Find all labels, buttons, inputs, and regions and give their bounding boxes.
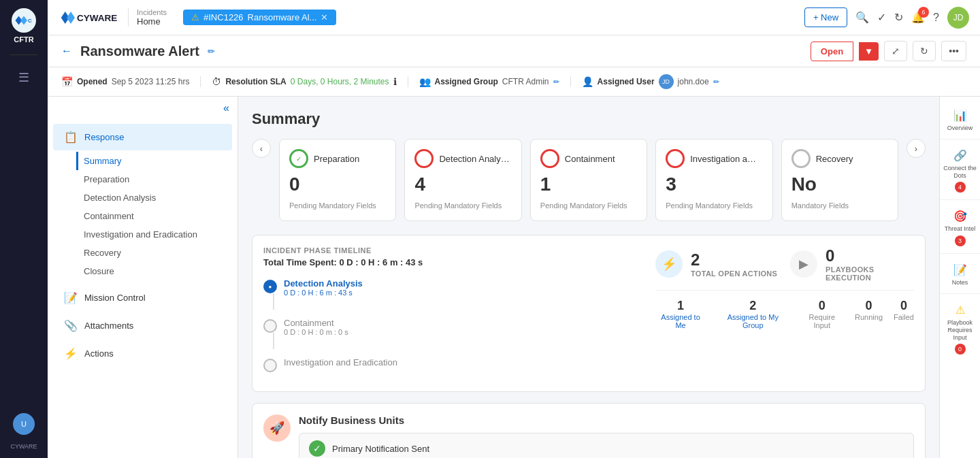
mission-control-icon: 📝 [64,291,78,304]
sidebar-sub-summary[interactable]: Summary [76,152,238,170]
right-panel-connect-dots[interactable]: 🔗 Connect the Dots 4 [940,142,980,201]
right-panel: 📊 Overview 🔗 Connect the Dots 4 🎯 Threat… [939,97,980,458]
sidebar-sub-preparation[interactable]: Preparation [76,170,238,189]
tasks-icon-btn[interactable]: ✓ [877,11,886,24]
incidents-home: Home [137,16,167,27]
preparation-name: Preparation [314,154,359,164]
sidebar-sub-investigation[interactable]: Investigation and Eradication [76,225,238,244]
playbook-input-icon: ⚠ [956,304,965,316]
help-icon-btn[interactable]: ? [933,12,939,24]
user-label: Assigned User [598,77,655,86]
phase-card-containment[interactable]: Containment 1 Pending Mandatory Fields [530,139,647,221]
phase-card-investigation[interactable]: Investigation a… 3 Pending Mandatory Fie… [655,139,772,221]
left-sidebar: « 📋 Response Summary Preparation Detecti… [48,97,238,458]
right-panel-overview[interactable]: 📊 Overview [940,102,980,140]
edit-group-icon[interactable]: ✏ [553,78,559,86]
group-meta: 👥 Assigned Group CFTR Admin ✏ [408,76,571,87]
sidebar-item-response[interactable]: 📋 Response [53,124,232,150]
sla-value: 0 Days, 0 Hours, 2 Minutes [291,77,389,86]
sidebar-collapse: « [48,97,238,120]
primary-notification: ✓ Primary Notification Sent [299,433,914,458]
assigned-user-avatar: JD [659,74,674,89]
timeline-info-containment: Containment 0 D : 0 H : 0 m : 0 s [284,318,348,336]
right-panel-notes[interactable]: 📝 Notes [940,257,980,294]
assigned-to-me-stat: 1 Assigned to Me [655,299,706,329]
timeline-line-2 [273,333,274,349]
page-title: Summary [252,110,926,128]
detection-count: 4 [414,174,511,195]
phase-next-button[interactable]: › [906,139,926,158]
phase-card-recovery[interactable]: Recovery No Mandatory Fields [781,139,898,221]
timeline-item-containment: Containment 0 D : 0 H : 0 m : 0 s [263,318,642,349]
phase-prev-button[interactable]: ‹ [252,139,271,158]
sidebar-item-mission-control[interactable]: 📝 Mission Control [53,284,232,311]
threat-intel-icon: 🎯 [953,210,967,223]
sidebar-sub-containment[interactable]: Containment [76,207,238,225]
share-button[interactable]: ⤢ [884,41,907,61]
failed-count: 0 [894,299,914,313]
phase-card-preparation[interactable]: ✓ Preparation 0 Pending Mandatory Fields [279,139,396,221]
sla-info-icon[interactable]: ℹ [393,76,397,87]
warning-icon: ⚠ [191,12,199,22]
user-avatar-top[interactable]: JD [947,7,969,29]
recovery-desc: Mandatory Fields [791,201,888,211]
detection-phase-time: 0 D : 0 H : 6 m : 43 s [284,289,363,297]
svg-text:CYWARE: CYWARE [77,12,117,22]
recovery-indicator [791,149,811,168]
notify-title: Notify Business Units [299,414,914,426]
status-dropdown-button[interactable]: ▼ [859,42,879,61]
preparation-desc: Pending Mandatory Fields [289,201,386,211]
phase-header-preparation: ✓ Preparation [289,149,386,168]
sla-meta: ⏱ Resolution SLA 0 Days, 0 Hours, 2 Minu… [201,76,408,87]
tab-close-btn[interactable]: ✕ [321,12,328,22]
investigation-count: 3 [666,174,762,195]
playbooks-stat: ▶ 0 PLAYBOOKS EXECUTION [790,246,914,282]
cyware-logo-icon[interactable]: C [12,8,36,33]
detection-phase-title[interactable]: Detection Analysis [284,278,363,289]
incidents-nav[interactable]: Incidents Home [128,8,175,27]
sidebar-sub-items-response: Summary Preparation Detection Analysis C… [48,152,238,280]
sidebar-sub-detection[interactable]: Detection Analysis [76,189,238,207]
more-actions-button[interactable]: ••• [941,41,966,61]
hamburger-icon[interactable]: ☰ [14,66,33,89]
playbook-input-badge: 0 [955,344,966,355]
sidebar-item-attachments[interactable]: 📎 Attachments [53,312,232,339]
sync-icon-btn[interactable]: ↻ [894,11,903,24]
right-panel-threat-intel[interactable]: 🎯 Threat Intel 3 [940,203,980,254]
meta-bar: 📅 Opened Sep 5 2023 11:25 hrs ⏱ Resoluti… [48,67,980,97]
timeline-section: INCIDENT PHASE TIMELINE Total Time Spent… [252,235,926,392]
sidebar-sub-recovery[interactable]: Recovery [76,244,238,262]
connect-dots-badge: 4 [955,182,966,193]
search-icon-btn[interactable]: 🔍 [855,11,869,24]
active-tab-id: #INC1226 [203,12,244,22]
user-avatar-nav[interactable]: U [13,413,35,435]
notifications-icon-btn[interactable]: 🔔 6 [911,11,925,24]
running-stat: 0 Running [855,299,883,329]
edit-title-icon[interactable]: ✏ [208,46,215,56]
user-value: john.doe [678,77,709,86]
attachments-icon: 📎 [64,319,78,332]
calendar-icon: 📅 [61,76,73,87]
group-label: Assigned Group [435,77,498,86]
active-tab[interactable]: ⚠ #INC1226 Ransomware Al... ✕ [183,10,336,25]
edit-user-icon[interactable]: ✏ [713,78,719,86]
new-button[interactable]: + New [804,7,847,27]
content-area: « 📋 Response Summary Preparation Detecti… [48,97,980,458]
sidebar-sub-closure[interactable]: Closure [76,262,238,280]
assigned-to-group-stat: 2 Assigned to My Group [717,299,789,329]
containment-count: 1 [540,174,637,195]
right-panel-playbook-input[interactable]: ⚠ Playbook Requires Input 0 [940,297,980,361]
stat-sub-grid: 1 Assigned to Me 2 Assigned to My Group … [655,290,914,329]
refresh-button[interactable]: ↻ [913,41,936,61]
timeline-dot-containment [263,319,277,333]
cyware-bottom-label: CYWARE [10,443,37,450]
notes-label: Notes [952,279,968,287]
collapse-sidebar-button[interactable]: « [223,102,229,114]
opened-value: Sep 5 2023 11:25 hrs [112,77,190,86]
timeline-item-investigation: Investigation and Eradication [263,357,642,372]
sidebar-item-actions[interactable]: ⚡ Actions [53,340,232,367]
phase-card-detection[interactable]: Detection Analy… 4 Pending Mandatory Fie… [404,139,521,221]
containment-name: Containment [565,154,615,164]
status-open-button[interactable]: Open [811,42,853,61]
back-button[interactable]: ← [61,45,72,57]
